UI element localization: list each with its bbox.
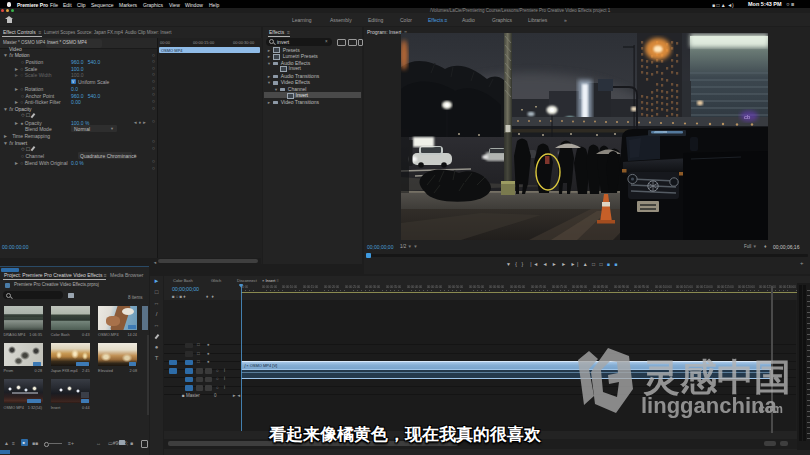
svg-text:.com: .com xyxy=(755,402,783,416)
svg-text:灵感中国: 灵感中国 xyxy=(643,357,791,398)
svg-text:cb: cb xyxy=(744,114,751,120)
